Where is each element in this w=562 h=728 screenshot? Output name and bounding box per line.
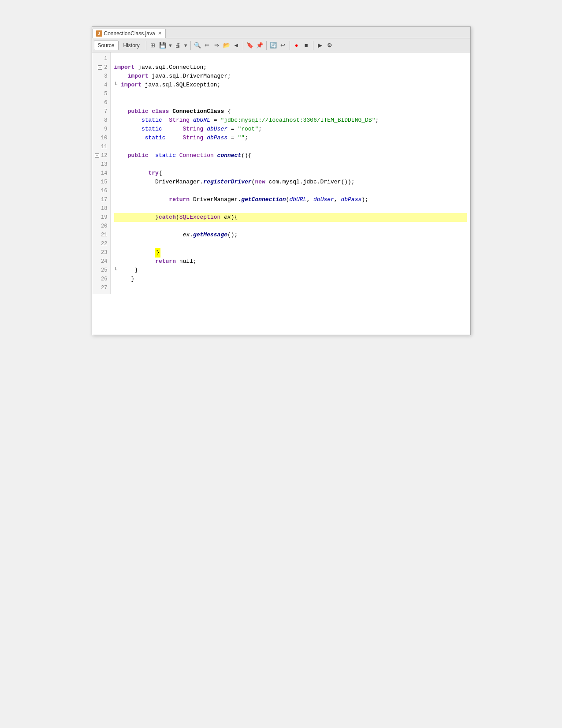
code-line-14: try{ — [114, 169, 467, 178]
search-icon[interactable]: 🔍 — [193, 41, 202, 50]
toggle-icon[interactable]: ⊞ — [149, 41, 157, 50]
history-tab-button[interactable]: History — [119, 41, 144, 50]
line-num-8: 8 — [94, 116, 108, 125]
line-num-22: 22 — [94, 239, 108, 248]
code-line-5 — [114, 90, 467, 98]
line-num-26: 26 — [94, 275, 108, 284]
line-num-9: 9 — [94, 125, 108, 134]
line-num-23: 23 — [94, 248, 108, 257]
line-num-12: − 12 — [94, 151, 108, 160]
file-tab[interactable]: J ConnectionClass.java ✕ — [92, 29, 166, 38]
code-line-27 — [114, 284, 467, 292]
stop-icon[interactable]: ■ — [302, 41, 311, 50]
line-num-11: 11 — [94, 142, 108, 151]
code-line-18 — [114, 204, 467, 213]
code-line-16 — [114, 187, 467, 195]
line-num-24: 24 — [94, 257, 108, 266]
run-icon[interactable]: ▶ — [316, 41, 324, 50]
sync-icon[interactable]: 🔄 — [269, 41, 278, 50]
code-line-24: return null; — [114, 257, 467, 266]
toolbar-separator-3 — [243, 41, 243, 50]
toolbar-separator-2 — [190, 41, 191, 50]
line-num-20: 20 — [94, 222, 108, 231]
line-num-27: 27 — [94, 284, 108, 292]
code-line-17: return DriverManager.getConnection(dbURL… — [114, 195, 467, 204]
debug-icon[interactable]: ⚙ — [325, 41, 334, 50]
line-num-25: 25 — [94, 266, 108, 275]
code-line-13 — [114, 160, 467, 169]
bookmark2-icon[interactable]: 📌 — [255, 41, 264, 50]
line-num-13: 13 — [94, 160, 108, 169]
line-num-3: 3 — [94, 72, 108, 81]
find-next-icon[interactable]: ⇒ — [212, 41, 221, 50]
code-line-22 — [114, 239, 467, 248]
line-num-7: 7 — [94, 107, 108, 116]
toolbar-separator-5 — [290, 41, 290, 50]
line-num-6: 6 — [94, 98, 108, 107]
code-line-1 — [114, 54, 467, 63]
dropdown-arrow-1[interactable]: ▼ — [168, 43, 173, 48]
line-num-4: 4 — [94, 81, 108, 90]
nav-back-icon[interactable]: ◄ — [232, 41, 241, 50]
code-line-3: import java.sql.DriverManager; — [114, 72, 467, 81]
open-type-icon[interactable]: 📂 — [222, 41, 231, 50]
code-line-11 — [114, 142, 467, 151]
find-prev-icon[interactable]: ⇐ — [203, 41, 212, 50]
code-line-23: } — [114, 248, 467, 257]
code-line-26: } — [114, 275, 467, 284]
toolbar: Source History ⊞ 💾 ▼ 🖨 ▼ 🔍 ⇐ ⇒ 📂 ◄ 🔖 📌 🔄… — [92, 38, 470, 52]
line-num-5: 5 — [94, 90, 108, 98]
source-tab-button[interactable]: Source — [94, 41, 119, 50]
fold-icon-2[interactable]: − — [98, 65, 102, 70]
code-line-7: public class ConnectionClass { — [114, 107, 467, 116]
toolbar-separator-6 — [313, 41, 313, 50]
code-line-4: └ import java.sql.SQLException; — [114, 81, 467, 90]
dropdown-arrow-2[interactable]: ▼ — [183, 43, 188, 48]
toolbar-separator-1 — [146, 41, 146, 50]
code-line-9: static String dbUser = "root"; — [114, 125, 467, 134]
print-icon[interactable]: 🖨 — [174, 41, 182, 50]
fold-icon-12[interactable]: − — [95, 153, 99, 158]
code-line-15: DriverManager.registerDriver(new com.mys… — [114, 178, 467, 187]
tab-close-button[interactable]: ✕ — [158, 30, 162, 36]
tab-bar: J ConnectionClass.java ✕ — [92, 27, 470, 38]
line-num-14: 14 — [94, 169, 108, 178]
code-area: 1 − 2 3 4 5 6 7 8 9 10 11 − 12 13 14 15 … — [92, 52, 470, 294]
ide-window: J ConnectionClass.java ✕ Source History … — [92, 26, 471, 335]
toolbar-separator-4 — [266, 41, 267, 50]
code-line-25: └ } — [114, 266, 467, 275]
code-line-21: ex.getMessage(); — [114, 231, 467, 239]
line-num-15: 15 — [94, 178, 108, 187]
save-icon[interactable]: 💾 — [158, 41, 167, 50]
code-line-2: import java.sql.Connection; — [114, 63, 467, 72]
code-line-19: }catch(SQLException ex){ — [114, 213, 467, 222]
record-icon[interactable]: ● — [292, 41, 301, 50]
line-num-18: 18 — [94, 204, 108, 213]
sync2-icon[interactable]: ↩ — [279, 41, 287, 50]
line-num-1: 1 — [94, 54, 108, 63]
code-line-6 — [114, 98, 467, 107]
line-num-19: 19 — [94, 213, 108, 222]
code-line-12: public static Connection connect(){ — [114, 151, 467, 160]
bookmark-icon[interactable]: 🔖 — [246, 41, 254, 50]
line-num-16: 16 — [94, 187, 108, 195]
code-content[interactable]: import java.sql.Connection; import java.… — [111, 52, 470, 294]
file-tab-icon: J — [96, 30, 102, 37]
code-line-8: static String dbURL = "jdbc:mysql://loca… — [114, 116, 467, 125]
line-num-10: 10 — [94, 134, 108, 142]
line-numbers: 1 − 2 3 4 5 6 7 8 9 10 11 − 12 13 14 15 … — [92, 52, 111, 294]
line-num-21: 21 — [94, 231, 108, 239]
line-num-2: − 2 — [94, 63, 108, 72]
line-num-17: 17 — [94, 195, 108, 204]
file-tab-label: ConnectionClass.java — [104, 30, 155, 37]
code-line-10: static String dbPass = ""; — [114, 134, 467, 142]
code-line-20 — [114, 222, 467, 231]
